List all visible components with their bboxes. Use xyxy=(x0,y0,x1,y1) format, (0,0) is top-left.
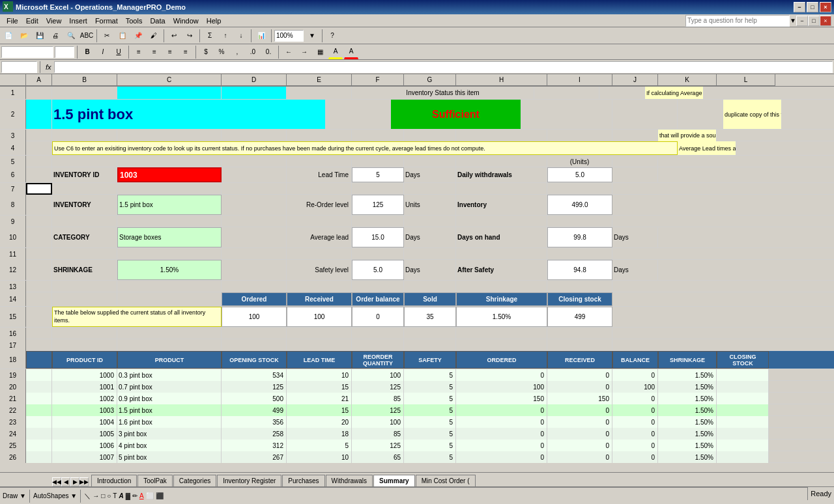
help-close-btn[interactable]: × xyxy=(820,16,831,26)
cell-f3[interactable] xyxy=(352,130,404,141)
col-header-b[interactable]: B xyxy=(52,74,117,86)
product-name-19[interactable]: 0.3 pint box xyxy=(117,369,222,381)
closing-stock-value[interactable]: 499 xyxy=(547,307,612,327)
percent-btn[interactable]: % xyxy=(214,45,229,59)
closing-26[interactable] xyxy=(717,451,769,463)
comma-btn[interactable]: , xyxy=(230,45,244,59)
safety-19[interactable]: 5 xyxy=(404,369,456,381)
product-name-23[interactable]: 1.6 pint box xyxy=(117,416,222,428)
formula-input[interactable] xyxy=(54,61,833,73)
cell-f9[interactable] xyxy=(352,216,404,227)
cell-i1[interactable] xyxy=(534,87,599,99)
col-header-c[interactable]: C xyxy=(117,74,222,86)
cell-d7[interactable] xyxy=(222,183,287,195)
cell-c17[interactable] xyxy=(117,339,222,351)
grid-scroll-area[interactable]: A B C D E F G H I J K L 1 xyxy=(0,74,834,472)
cell-a12[interactable] xyxy=(26,260,52,280)
align-center-btn[interactable]: ≡ xyxy=(147,45,162,59)
draw-oval-icon[interactable]: ○ xyxy=(107,492,111,499)
cell-a14[interactable] xyxy=(26,292,52,306)
product-name-24[interactable]: 3 pint box xyxy=(117,428,222,440)
cell-a-25[interactable] xyxy=(26,440,52,451)
sheet-tab-introduction[interactable]: Introduction xyxy=(91,475,137,486)
after-safety-value[interactable]: 94.8 xyxy=(547,260,612,280)
product-name-21[interactable]: 0.9 pint box xyxy=(117,393,222,404)
cell-a6[interactable] xyxy=(26,167,52,182)
cell-c3[interactable] xyxy=(117,130,222,141)
product-name-20[interactable]: 0.7 pint box xyxy=(117,381,222,393)
cell-k4[interactable]: Average Lead times are ca xyxy=(678,141,736,155)
shrinkage-value[interactable]: 1.50% xyxy=(117,260,222,280)
cell-i11[interactable] xyxy=(547,248,612,260)
open-btn[interactable]: 📂 xyxy=(17,29,31,43)
cell-e3[interactable] xyxy=(287,130,352,141)
paste-btn[interactable]: 📌 xyxy=(131,29,145,43)
sheet-tab-inventory-register[interactable]: Inventory Register xyxy=(217,475,281,486)
ordered-23[interactable]: 0 xyxy=(456,416,547,428)
opening-22[interactable]: 499 xyxy=(222,404,287,416)
redo-btn[interactable]: ↪ xyxy=(182,29,197,43)
opening-24[interactable]: 258 xyxy=(222,428,287,440)
justify-btn[interactable]: ≡ xyxy=(179,45,193,59)
draw-3d-icon[interactable]: ⬛ xyxy=(156,492,164,499)
lead-20[interactable]: 15 xyxy=(287,381,352,393)
draw-fill-icon[interactable]: ▓ xyxy=(126,492,130,499)
reorder-23[interactable]: 100 xyxy=(352,416,404,428)
cell-e17[interactable] xyxy=(287,339,352,351)
closing-21[interactable] xyxy=(717,393,769,404)
cell-g13[interactable] xyxy=(404,281,456,292)
balance-24[interactable]: 0 xyxy=(612,428,658,440)
closing-19[interactable] xyxy=(717,369,769,381)
reorder-21[interactable]: 85 xyxy=(352,393,404,404)
cell-h2[interactable] xyxy=(521,100,612,129)
lead-24[interactable]: 18 xyxy=(287,428,352,440)
cell-a16[interactable] xyxy=(26,328,52,339)
balance-21[interactable]: 0 xyxy=(612,393,658,404)
font-name-input[interactable]: Verdana xyxy=(1,46,53,58)
cell-d10[interactable] xyxy=(222,227,287,247)
save-btn[interactable]: 💾 xyxy=(33,29,47,43)
cell-d6[interactable] xyxy=(222,167,287,182)
cell-j5[interactable] xyxy=(612,156,658,167)
opening-25[interactable]: 312 xyxy=(222,440,287,451)
opening-21[interactable]: 500 xyxy=(222,393,287,404)
draw-line-color-icon[interactable]: ✏ xyxy=(132,492,137,499)
cell-c9[interactable] xyxy=(117,216,222,227)
closing-20[interactable] xyxy=(717,381,769,393)
cell-d11[interactable] xyxy=(222,248,287,260)
sold-value[interactable]: 35 xyxy=(404,307,456,327)
ordered-24[interactable]: 0 xyxy=(456,428,547,440)
format-painter-btn[interactable]: 🖌 xyxy=(147,29,161,43)
cut-btn[interactable]: ✂ xyxy=(100,29,114,43)
cell-c5[interactable] xyxy=(117,156,222,167)
cell-b16[interactable] xyxy=(52,328,117,339)
autoshapes-label[interactable]: AutoShapes ▼ xyxy=(33,492,77,499)
cell-a9[interactable] xyxy=(26,216,52,227)
cell-k3[interactable]: that will provide a sound b xyxy=(658,130,717,141)
cell-h13[interactable] xyxy=(456,281,547,292)
increase-decimal-btn[interactable]: .0 xyxy=(246,45,260,59)
safety-20[interactable]: 5 xyxy=(404,381,456,393)
cell-i2[interactable] xyxy=(612,100,678,129)
draw-label[interactable]: Draw ▼ xyxy=(3,492,26,499)
received-value[interactable]: 100 xyxy=(287,307,352,327)
draw-shadow-icon[interactable]: ⬜ xyxy=(146,492,154,499)
menu-view[interactable]: View xyxy=(42,16,66,26)
menu-file[interactable]: File xyxy=(3,16,22,26)
safety-value[interactable]: 5.0 xyxy=(352,260,404,280)
closing-22[interactable] xyxy=(717,404,769,416)
inventory-i-value[interactable]: 499.0 xyxy=(547,195,612,215)
lead-25[interactable]: 5 xyxy=(287,440,352,451)
tab-nav-controls[interactable]: ◀◀ ◀ ▶ ▶▶ xyxy=(52,477,89,486)
ordered-22[interactable]: 0 xyxy=(456,404,547,416)
currency-btn[interactable]: $ xyxy=(199,45,213,59)
opening-23[interactable]: 356 xyxy=(222,416,287,428)
cell-f13[interactable] xyxy=(352,281,404,292)
help-restore-btn[interactable]: □ xyxy=(808,16,820,26)
cell-b1[interactable] xyxy=(52,87,117,99)
cell-a17[interactable] xyxy=(26,339,52,351)
lead-22[interactable]: 15 xyxy=(287,404,352,416)
cell-a-22[interactable] xyxy=(26,404,52,416)
cell-f7[interactable] xyxy=(352,183,404,195)
draw-text-icon[interactable]: T xyxy=(113,492,117,499)
